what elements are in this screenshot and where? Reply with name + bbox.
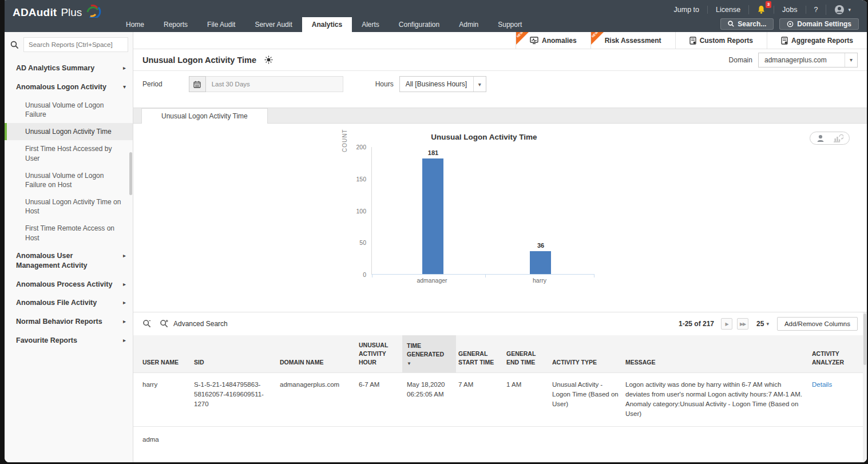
chart-refresh-toggle-icon[interactable] xyxy=(833,134,843,142)
hours-select-value: All [Business Hours] xyxy=(400,80,473,88)
col-unusual-activity-hour[interactable]: UNUSUAL ACTIVITY HOUR xyxy=(359,335,400,372)
chevron-right-icon: ▸ xyxy=(123,299,126,307)
search-icon xyxy=(728,21,734,27)
sidebar-item-anomalous-logon-activity[interactable]: Anomalous Logon Activity ▾ xyxy=(5,78,133,97)
search-button-label: Search... xyxy=(738,20,766,28)
aggregate-reports-label: Aggregate Reports xyxy=(791,37,853,45)
app-window: ADAudit Plus Jump to License xyxy=(5,0,867,462)
sidebar-search-input[interactable] xyxy=(23,37,128,52)
col-domain-name[interactable]: DOMAIN NAME xyxy=(280,335,352,372)
table-scrollbar[interactable] xyxy=(863,312,867,462)
chevron-right-icon: ▸ xyxy=(123,64,126,72)
anomalies-button[interactable]: NEW Anomalies xyxy=(516,32,590,49)
sidebar-item-ad-analytics-summary[interactable]: AD Analytics Summary ▸ xyxy=(5,59,133,78)
chart-title: Unusual Logon Activity Time xyxy=(350,124,619,141)
col-message[interactable]: MESSAGE xyxy=(625,335,805,372)
risk-assessment-button[interactable]: NEW Risk Assessment xyxy=(590,32,675,49)
global-search-button[interactable]: Search... xyxy=(720,18,774,30)
col-general-end-time[interactable]: GENERAL END TIME xyxy=(506,335,545,372)
next-page-button[interactable]: ▶ xyxy=(721,318,732,330)
logo-swirl-icon xyxy=(84,3,101,18)
tab-configuration[interactable]: Configuration xyxy=(389,17,449,32)
calendar-button[interactable] xyxy=(189,76,206,92)
reports-sidebar: AD Analytics Summary ▸ Anomalous Logon A… xyxy=(5,32,133,462)
tab-admin[interactable]: Admin xyxy=(449,17,488,32)
advanced-search-icon[interactable] xyxy=(160,319,169,328)
tab-server-audit[interactable]: Server Audit xyxy=(245,17,302,32)
sidebar-item-label: AD Analytics Summary xyxy=(16,64,94,73)
jobs-link[interactable]: Jobs xyxy=(774,6,805,14)
logo-text-plus: Plus xyxy=(61,6,82,19)
col-general-start-time[interactable]: GENERAL START TIME xyxy=(458,335,500,372)
account-menu[interactable]: ▾ xyxy=(826,5,859,15)
hours-select[interactable]: All [Business Hours] ▾ xyxy=(399,76,486,92)
window-frame: ADAudit Plus Jump to License xyxy=(0,0,868,464)
notifications-button[interactable]: 3 xyxy=(748,5,774,14)
app-logo: ADAudit Plus xyxy=(13,3,101,19)
tab-alerts[interactable]: Alerts xyxy=(352,17,389,32)
anomalies-icon xyxy=(530,37,538,44)
details-link[interactable]: Details xyxy=(812,373,858,426)
insight-bulb-icon[interactable] xyxy=(264,55,273,64)
domain-select[interactable]: admanagerplus.com ▾ xyxy=(758,53,858,68)
cell-domain-name: admanagerplus.com xyxy=(280,373,352,426)
page-size-select[interactable]: 25 ▾ xyxy=(756,320,769,328)
chevron-down-icon: ▾ xyxy=(473,77,486,92)
table-search-icon[interactable] xyxy=(142,319,152,328)
col-sid[interactable]: SID xyxy=(194,335,273,372)
sidebar-item-unusual-logon-activity-time-host[interactable]: Unusual Logon Activity Time on Host xyxy=(5,193,133,220)
sidebar-item-unusual-volume-logon-failure-host[interactable]: Unusual Volume of Logon Failure on Host xyxy=(5,167,133,193)
col-user-name[interactable]: USER NAME xyxy=(142,335,187,372)
chevron-right-icon: ▸ xyxy=(123,252,126,260)
bell-icon xyxy=(757,5,766,14)
chart-y-ticks: 200 150 100 50 0 xyxy=(350,147,371,275)
advanced-search-link[interactable]: Advanced Search xyxy=(173,320,228,328)
calendar-icon xyxy=(193,81,201,88)
tab-analytics[interactable]: Analytics xyxy=(302,17,352,32)
sidebar-item-label: Unusual Logon Activity Time xyxy=(25,128,112,136)
sidebar-search-icon[interactable] xyxy=(10,41,19,49)
table-row: adma xyxy=(133,426,867,451)
tab-reports[interactable]: Reports xyxy=(154,17,197,32)
col-activity-analyzer[interactable]: ACTIVITY ANALYZER xyxy=(812,335,858,372)
last-page-button[interactable]: ▶▶ xyxy=(737,318,748,330)
page-title: Unusual Logon Activity Time xyxy=(142,55,256,65)
cell-message: Logon activity was done by harry within … xyxy=(625,373,805,426)
aggregate-reports-button[interactable]: Aggregate Reports xyxy=(767,32,867,49)
domain-label: Domain xyxy=(729,56,752,64)
period-input[interactable] xyxy=(206,76,343,92)
sidebar-item-anomalous-file-activity[interactable]: Anomalous File Activity ▸ xyxy=(5,294,133,312)
sidebar-item-first-time-remote-access-host[interactable]: First Time Remote Access on Host xyxy=(5,220,133,246)
col-activity-type[interactable]: ACTIVITY TYPE xyxy=(552,335,619,372)
sidebar-item-label: Unusual Volume of Logon Failure xyxy=(25,101,104,118)
bar-admanager[interactable] xyxy=(422,158,443,274)
bar-harry[interactable] xyxy=(530,251,551,274)
sidebar-item-anomalous-process-activity[interactable]: Anomalous Process Activity ▸ xyxy=(5,275,133,294)
user-view-toggle-icon[interactable] xyxy=(816,134,825,142)
sidebar-item-label: Anomalous Process Activity xyxy=(16,280,112,289)
sidebar-item-label: Unusual Volume of Logon Failure on Host xyxy=(25,172,104,189)
cell-general-start-time: 7 AM xyxy=(458,373,500,426)
cell-time-generated: May 18,2020 06:25:05 AM xyxy=(407,373,451,426)
sidebar-item-unusual-volume-logon-failure[interactable]: Unusual Volume of Logon Failure xyxy=(5,97,133,123)
domain-settings-button[interactable]: Domain Settings xyxy=(779,18,859,30)
sidebar-item-first-time-host-accessed[interactable]: First Time Host Accessed by User xyxy=(5,140,133,166)
help-button[interactable]: ? xyxy=(806,6,826,14)
jump-to-link[interactable]: Jump to xyxy=(666,6,707,14)
col-time-generated[interactable]: TIME GENERATED ▼ xyxy=(402,335,456,372)
license-link[interactable]: License xyxy=(707,6,748,14)
sidebar-item-anomalous-user-management[interactable]: Anomalous User Management Activity ▸ xyxy=(5,247,133,275)
page-size-value: 25 xyxy=(756,320,764,328)
sidebar-item-label: Anomalous Logon Activity xyxy=(16,82,106,92)
tab-support[interactable]: Support xyxy=(488,17,532,32)
custom-reports-label: Custom Reports xyxy=(700,37,753,45)
custom-reports-button[interactable]: Custom Reports xyxy=(675,32,767,49)
tab-home[interactable]: Home xyxy=(116,17,154,32)
report-tab-unusual-logon-activity-time[interactable]: Unusual Logon Activity Time xyxy=(141,108,268,124)
sidebar-item-favourite-reports[interactable]: Favourite Reports ▸ xyxy=(5,331,133,350)
sidebar-scrollbar[interactable] xyxy=(129,152,132,195)
sidebar-item-unusual-logon-activity-time[interactable]: Unusual Logon Activity Time xyxy=(5,123,133,140)
sidebar-item-normal-behavior-reports[interactable]: Normal Behavior Reports ▸ xyxy=(5,312,133,331)
tab-file-audit[interactable]: File Audit xyxy=(197,17,245,32)
add-remove-columns-button[interactable]: Add/Remove Columns xyxy=(777,317,858,331)
